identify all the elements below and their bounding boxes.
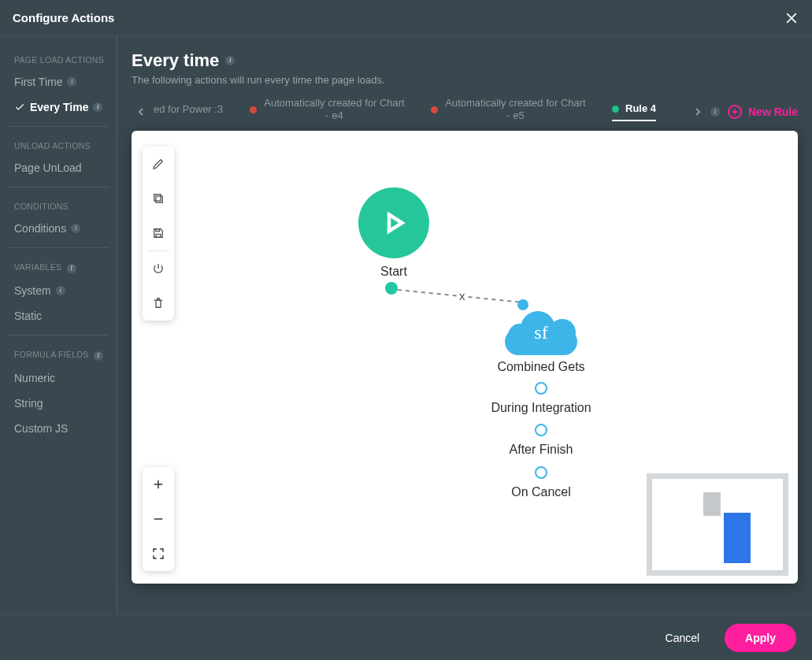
check-icon bbox=[14, 102, 25, 113]
pencil-icon bbox=[151, 157, 165, 171]
power-button[interactable] bbox=[143, 251, 174, 286]
save-button[interactable] bbox=[143, 216, 174, 250]
svg-rect-1 bbox=[154, 194, 161, 200]
minus-icon bbox=[151, 512, 165, 526]
tabs-prev-button[interactable] bbox=[132, 100, 150, 124]
save-icon bbox=[151, 226, 165, 240]
sidebar-item-system[interactable]: System i bbox=[0, 278, 117, 303]
plus-circle-icon: + bbox=[728, 105, 742, 119]
power-icon bbox=[151, 261, 165, 276]
sidebar-item-page-unload[interactable]: Page UnLoad bbox=[0, 155, 117, 180]
tabs-next-button[interactable] bbox=[688, 100, 707, 124]
info-icon[interactable]: i bbox=[71, 224, 80, 233]
sidebar-item-static[interactable]: Static bbox=[0, 303, 117, 328]
tab-rule-power[interactable]: ed for Power :3 bbox=[154, 103, 224, 121]
delete-button[interactable] bbox=[143, 286, 174, 321]
svg-rect-2 bbox=[156, 234, 161, 237]
cancel-button[interactable]: Cancel bbox=[658, 625, 708, 651]
sidebar-item-label: Static bbox=[14, 310, 42, 322]
zoom-out-button[interactable] bbox=[143, 502, 174, 536]
sidebar-item-label: Numeric bbox=[14, 372, 55, 384]
sidebar-heading-page-load: PAGE LOAD ACTIONS bbox=[0, 47, 117, 69]
canvas-toolbar bbox=[143, 146, 174, 321]
page-subtitle: The following actions will run every tim… bbox=[132, 74, 798, 86]
port-during[interactable] bbox=[535, 382, 547, 395]
sf-node-title: Combined Gets bbox=[497, 360, 584, 374]
sidebar-item-label: Custom JS bbox=[14, 422, 68, 435]
sidebar-item-label: Every Time bbox=[30, 101, 88, 113]
sidebar-item-label: System bbox=[14, 284, 51, 297]
info-icon[interactable]: i bbox=[67, 77, 76, 87]
fullscreen-icon bbox=[151, 547, 165, 561]
copy-icon bbox=[151, 191, 165, 206]
chevron-right-icon bbox=[694, 108, 702, 116]
sidebar-item-label: First Time bbox=[14, 76, 62, 88]
info-icon[interactable]: i bbox=[225, 56, 235, 65]
start-node-label: Start bbox=[380, 265, 407, 279]
minimap-viewport bbox=[724, 513, 751, 563]
close-icon bbox=[784, 10, 799, 26]
port-cancel[interactable] bbox=[535, 466, 547, 479]
status-dot-icon bbox=[431, 106, 438, 113]
trash-icon bbox=[151, 296, 165, 310]
chevron-left-icon bbox=[137, 108, 145, 116]
sidebar-heading-unload: UNLOAD ACTIONS bbox=[0, 133, 117, 155]
tab-rule-chart-e5[interactable]: Automatically created for Chart - e5 bbox=[431, 97, 587, 128]
label-during: During Integration bbox=[491, 399, 591, 417]
play-icon bbox=[358, 187, 429, 258]
tab-label: Rule 4 bbox=[625, 102, 656, 115]
sidebar-item-numeric[interactable]: Numeric bbox=[0, 365, 117, 391]
tab-label: Automatically created for Chart - e4 bbox=[263, 97, 406, 123]
new-rule-button[interactable]: + New Rule bbox=[728, 105, 798, 119]
info-icon[interactable]: i bbox=[93, 102, 102, 112]
sidebar-heading-conditions: CONDITIONS bbox=[0, 194, 117, 216]
start-node[interactable]: Start bbox=[358, 187, 429, 279]
edge-delete-button[interactable]: x bbox=[457, 289, 468, 302]
info-icon[interactable]: i bbox=[710, 107, 720, 117]
plus-icon bbox=[151, 477, 165, 491]
tab-label: ed for Power :3 bbox=[154, 103, 223, 116]
minimap-node bbox=[703, 492, 721, 516]
tab-rule-chart-e4[interactable]: Automatically created for Chart - e4 bbox=[250, 97, 406, 128]
fit-screen-button[interactable] bbox=[143, 536, 174, 571]
sf-input-port[interactable] bbox=[517, 299, 528, 310]
edit-button[interactable] bbox=[143, 146, 174, 181]
svg-rect-3 bbox=[156, 228, 160, 231]
sidebar-item-label: Page UnLoad bbox=[14, 161, 82, 174]
sidebar-heading-variables: VARIABLES i bbox=[0, 254, 117, 278]
tab-label: Automatically created for Chart - e5 bbox=[444, 97, 587, 123]
info-icon[interactable]: i bbox=[56, 286, 65, 295]
start-output-port[interactable] bbox=[385, 282, 398, 295]
label-cancel: On Cancel bbox=[511, 484, 571, 501]
minimap[interactable] bbox=[647, 473, 788, 576]
status-dot-icon bbox=[612, 106, 619, 113]
close-button[interactable] bbox=[784, 10, 799, 26]
sidebar-item-label: String bbox=[14, 397, 43, 410]
status-dot-icon bbox=[250, 106, 257, 113]
new-rule-label: New Rule bbox=[748, 106, 798, 118]
zoom-in-button[interactable] bbox=[143, 467, 174, 502]
label-after: After Finish bbox=[510, 441, 573, 458]
page-title: Every time bbox=[132, 50, 219, 71]
cloud-icon: sf bbox=[505, 310, 577, 355]
port-after[interactable] bbox=[535, 424, 547, 436]
modal-title: Configure Actions bbox=[13, 11, 114, 24]
info-icon[interactable]: i bbox=[67, 264, 76, 273]
sidebar-heading-formula: FORMULA FIELDS i bbox=[0, 342, 117, 365]
sidebar-item-first-time[interactable]: First Time i bbox=[0, 69, 117, 95]
sf-node[interactable]: sf Combined Gets During Integration Afte… bbox=[478, 310, 604, 501]
sidebar-item-string[interactable]: String bbox=[0, 391, 117, 416]
cloud-text: sf bbox=[505, 322, 577, 343]
sidebar: PAGE LOAD ACTIONS First Time i Every Tim… bbox=[0, 36, 117, 614]
copy-button[interactable] bbox=[143, 181, 174, 216]
zoom-toolbar bbox=[143, 467, 174, 571]
sidebar-item-conditions[interactable]: Conditions i bbox=[0, 216, 117, 241]
tab-rule-4[interactable]: Rule 4 bbox=[612, 102, 656, 121]
info-icon[interactable]: i bbox=[94, 351, 103, 361]
sidebar-item-every-time[interactable]: Every Time i bbox=[0, 95, 117, 120]
sidebar-item-label: Conditions bbox=[14, 222, 66, 235]
svg-rect-0 bbox=[156, 196, 162, 202]
flow-canvas[interactable]: Start x sf Combined Gets During Integrat… bbox=[132, 131, 798, 584]
sidebar-item-custom-js[interactable]: Custom JS bbox=[0, 416, 117, 441]
apply-button[interactable]: Apply bbox=[725, 624, 796, 652]
